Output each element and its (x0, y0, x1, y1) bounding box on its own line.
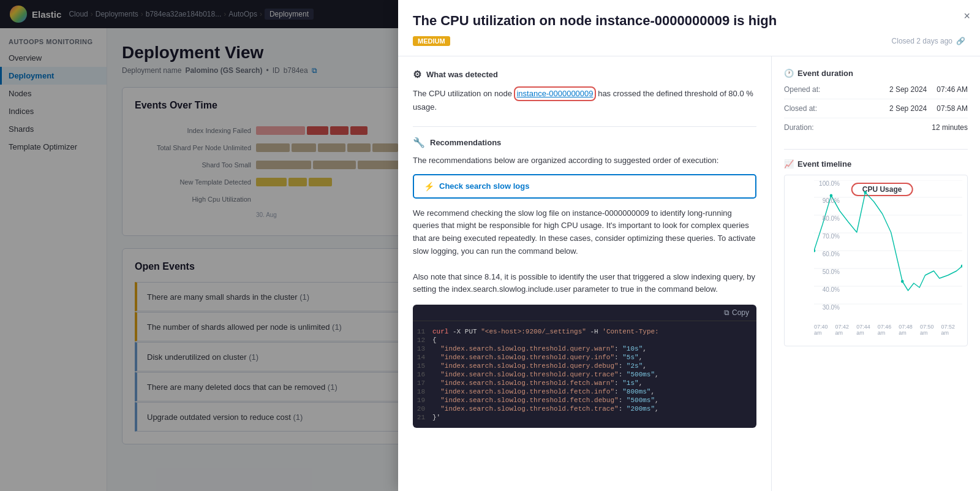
modal-header: The CPU utilization on node instance-000… (398, 0, 980, 56)
opened-label: Opened at: (784, 85, 820, 94)
opened-time: 07:46 AM (937, 85, 968, 94)
y-label-40: 40.0% (814, 286, 840, 293)
copy-code-button[interactable]: ⧉ Copy (724, 308, 749, 317)
svg-point-10 (864, 191, 867, 194)
closed-row: Closed at: 2 Sep 2024 07:58 AM (784, 104, 968, 118)
modal-closed-text: Closed 2 days ago 🔗 (892, 37, 965, 45)
modal-right: 🕐 Event duration Opened at: 2 Sep 2024 0… (772, 56, 980, 491)
code-line-9: 19 "index.search.slowlog.threshold.fetch… (413, 396, 756, 405)
code-line-1: 11curl -X PUT "<es-host>:9200/_settings"… (413, 327, 756, 336)
detection-title: What was detected (426, 70, 498, 79)
y-label-50: 50.0% (814, 268, 840, 275)
code-line-3: 13 "index.search.slowlog.threshold.query… (413, 344, 756, 353)
duration-label: Duration: (784, 123, 814, 132)
duration-value: 12 minutes (932, 123, 968, 132)
opened-row: Opened at: 2 Sep 2024 07:46 AM (784, 85, 968, 99)
timeline-icon: 📈 (784, 159, 794, 169)
right-divider (784, 149, 968, 150)
code-line-11: 21}' (413, 413, 756, 422)
copy-icon: ⧉ (724, 308, 729, 317)
clock-icon: 🕐 (784, 69, 794, 78)
y-label-90: 90.0% (814, 197, 840, 204)
duration-section-label: Event duration (797, 69, 853, 78)
svg-point-9 (830, 194, 833, 197)
severity-badge: MEDIUM (413, 36, 450, 46)
closed-time: 07:58 AM (937, 104, 968, 113)
x-label-5: 07:50 am (920, 324, 941, 336)
code-content: 11curl -X PUT "<es-host>:9200/_settings"… (413, 321, 756, 428)
cpu-chart: CPU Usage 100.0% 90.0% 80.0% 70.0% 60.0%… (784, 175, 968, 346)
opened-values: 2 Sep 2024 07:46 AM (889, 85, 968, 94)
code-line-8: 18 "index.search.slowlog.threshold.fetch… (413, 387, 756, 396)
y-label-100: 100.0% (814, 180, 840, 187)
code-header: ⧉ Copy (413, 305, 756, 321)
check-slow-logs-button[interactable]: ⚡ Check search slow logs (413, 174, 756, 199)
code-block: ⧉ Copy 11curl -X PUT "<es-host>:9200/_se… (413, 305, 756, 428)
modal-left: ⚙ What was detected The CPU utilization … (398, 56, 772, 491)
app-container: Elastic Cloud › Deployments › b784ea32ae… (0, 0, 980, 491)
modal-close-button[interactable]: × (963, 10, 970, 23)
modal-title: The CPU utilization on node instance-000… (413, 12, 915, 30)
modal-overlay[interactable]: The CPU utilization on node instance-000… (0, 0, 980, 491)
duration-row: Duration: 12 minutes (784, 123, 968, 137)
y-label-70: 70.0% (814, 233, 840, 240)
detected-text: The CPU utilization on node instance-000… (413, 86, 756, 115)
detection-section: ⚙ What was detected The CPU utilization … (413, 69, 756, 115)
y-label-60: 60.0% (814, 251, 840, 257)
recommendations-icon: 🔧 (413, 137, 425, 148)
detection-icon: ⚙ (413, 69, 421, 80)
code-line-7: 17 "index.search.slowlog.threshold.fetch… (413, 379, 756, 387)
timeline-section: 📈 Event timeline CPU Usage 100.0% 90.0% … (784, 159, 968, 346)
recommendations-title: Recommendations (430, 138, 501, 147)
event-duration-section: 🕐 Event duration Opened at: 2 Sep 2024 0… (784, 69, 968, 137)
code-line-2: 12{ (413, 336, 756, 344)
recommendation-text: We recommend checking the slow log file … (413, 207, 756, 297)
duration-title: 🕐 Event duration (784, 69, 968, 78)
closed-label: Closed at: (784, 104, 817, 113)
lightning-icon: ⚡ (424, 181, 434, 191)
timeline-label: Event timeline (797, 159, 851, 169)
x-label-4: 07:48 am (899, 324, 920, 336)
code-line-4: 14 "index.search.slowlog.threshold.query… (413, 353, 756, 362)
x-label-1: 07:42 am (835, 324, 857, 336)
x-label-6: 07:52 am (941, 324, 962, 336)
recommendations-header: 🔧 Recommendations (413, 137, 756, 148)
x-label-2: 07:44 am (856, 324, 878, 336)
recommendations-intro: The recommendations below are organized … (413, 154, 756, 167)
detection-header: ⚙ What was detected (413, 69, 756, 80)
opened-date: 2 Sep 2024 (889, 85, 927, 94)
y-label-80: 80.0% (814, 215, 840, 222)
closed-values: 2 Sep 2024 07:58 AM (889, 104, 968, 113)
closed-date: 2 Sep 2024 (889, 104, 927, 113)
y-label-30: 30.0% (814, 304, 840, 311)
detected-text-before: The CPU utilization on node (413, 89, 514, 98)
x-label-0: 07:40 am (814, 324, 835, 336)
modal-meta: MEDIUM Closed 2 days ago 🔗 (413, 36, 965, 46)
x-label-3: 07:46 am (878, 324, 899, 336)
modal-body: ⚙ What was detected The CPU utilization … (398, 56, 980, 491)
timeline-title: 📈 Event timeline (784, 159, 968, 169)
code-line-5: 15 "index.search.slowlog.threshold.query… (413, 362, 756, 370)
copy-label: Copy (732, 308, 749, 317)
recommendations-section: 🔧 Recommendations The recommendations be… (413, 137, 756, 428)
svg-point-11 (901, 280, 904, 283)
node-link[interactable]: instance-0000000009 (514, 86, 595, 102)
action-btn-label: Check search slow logs (439, 181, 529, 191)
code-line-6: 16 "index.search.slowlog.threshold.query… (413, 370, 756, 379)
code-line-10: 20 "index.search.slowlog.threshold.fetch… (413, 405, 756, 413)
modal-panel: The CPU utilization on node instance-000… (398, 0, 980, 491)
x-axis-labels: 07:40 am 07:42 am 07:44 am 07:46 am 07:4… (814, 324, 962, 336)
divider (413, 126, 756, 127)
link-icon[interactable]: 🔗 (956, 37, 965, 45)
closed-label: Closed 2 days ago (892, 37, 952, 45)
